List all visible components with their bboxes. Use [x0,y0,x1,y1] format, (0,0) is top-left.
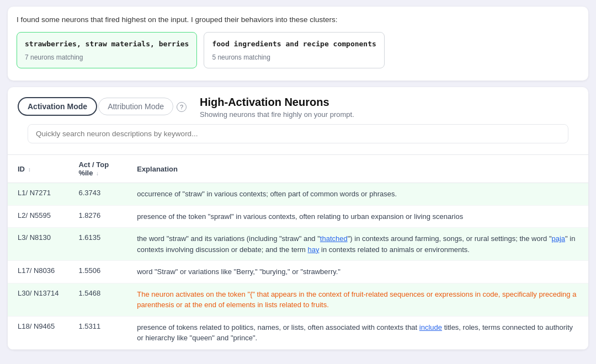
main-section: Activation Mode Attribution Mode ? High-… [8,87,588,350]
link-paja[interactable]: paja [552,234,566,243]
neuron-id-4: L30/ N13714 [8,283,68,316]
activation-mode-button[interactable]: Activation Mode [18,97,97,116]
col-id[interactable]: ID ↕ [8,155,68,183]
cluster-cards: strawberries, straw materials, berries 7… [17,32,579,73]
attribution-mode-button[interactable]: Attribution Mode [98,98,173,115]
cluster-card-count-1: 5 neurons matching [212,53,376,61]
neuron-table: ID ↕ Act / Top %ile ↓ Explanation L1/ N7… [8,154,588,350]
neuron-exp-1: presence of the token "sprawl" in variou… [127,205,588,228]
neuron-id-2: L3/ N8130 [8,228,68,261]
link-thatched[interactable]: thatched [320,234,348,243]
table-row: L30/ N13714 1.5468 The neuron activates … [8,283,588,316]
table-header: ID ↕ Act / Top %ile ↓ Explanation [8,155,588,183]
section-subtitle: Showing neurons that fire highly on your… [200,110,578,119]
link-include[interactable]: include [419,323,442,331]
neuron-exp-4: The neuron activates on the token "{" th… [127,283,588,316]
cluster-cards-wrapper: strawberries, straw materials, berries 7… [17,32,579,73]
mode-buttons: Activation Mode Attribution Mode ? [18,97,187,116]
neuron-act-5: 1.5311 [68,316,127,349]
neuron-act-4: 1.5468 [68,283,127,316]
table-row: L1/ N7271 6.3743 occurrence of "straw" i… [8,183,588,206]
cluster-panel: I found some neurons that fired highest … [8,7,588,81]
neuron-exp-3: word "Straw" or variations like "Berry,"… [127,261,588,283]
cluster-intro-text: I found some neurons that fired highest … [17,15,338,24]
col-act[interactable]: Act / Top %ile ↓ [68,155,127,183]
neuron-id-5: L18/ N9465 [8,316,68,349]
cluster-intro: I found some neurons that fired highest … [17,14,579,25]
neuron-exp-2: the word "straw" and its variations (inc… [127,228,588,261]
title-block: High-Activation Neurons Showing neurons … [200,96,578,119]
table-row: L3/ N8130 1.6135 the word "straw" and it… [8,228,588,261]
link-hay[interactable]: hay [308,245,320,254]
section-title: High-Activation Neurons [200,96,578,109]
neuron-id-0: L1/ N7271 [8,183,68,206]
cluster-card-title-0: strawberries, straw materials, berries [25,39,189,49]
table-body: L1/ N7271 6.3743 occurrence of "straw" i… [8,183,588,350]
table-row: L2/ N5595 1.8276 presence of the token "… [8,205,588,228]
col-explanation: Explanation [127,155,588,183]
table-row: L18/ N9465 1.5311 presence of tokens rel… [8,316,588,349]
neuron-act-3: 1.5506 [68,261,127,283]
search-input[interactable] [28,124,568,143]
table-row: L17/ N8036 1.5506 word "Straw" or variat… [8,261,588,283]
neuron-exp-0: occurrence of "straw" in various context… [127,183,588,206]
neuron-exp-5: presence of tokens related to politics, … [127,316,588,349]
neuron-id-1: L2/ N5595 [8,205,68,228]
cluster-card-0[interactable]: strawberries, straw materials, berries 7… [17,32,197,68]
mode-header: Activation Mode Attribution Mode ? High-… [8,87,588,124]
neuron-act-0: 6.3743 [68,183,127,206]
cluster-card-count-0: 7 neurons matching [25,53,189,61]
neuron-act-2: 1.6135 [68,228,127,261]
neuron-act-1: 1.8276 [68,205,127,228]
cluster-card-title-1: food ingredients and recipe components [212,39,376,49]
help-icon[interactable]: ? [177,102,187,112]
orange-text: The neuron activates on the token "{" th… [137,290,576,309]
cluster-card-1[interactable]: food ingredients and recipe components 5… [204,32,384,68]
neuron-id-3: L17/ N8036 [8,261,68,283]
